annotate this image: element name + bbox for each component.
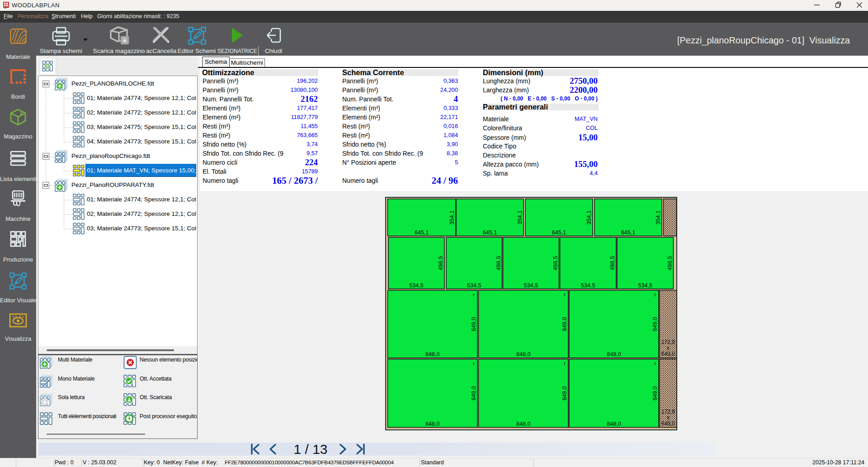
svg-text:496,5: 496,5 [495,256,502,270]
svg-text:645,1: 645,1 [415,229,429,236]
svg-text:r: r [564,292,566,297]
svg-text:354,1: 354,1 [449,210,455,224]
svg-text:649,0: 649,0 [661,351,675,357]
svg-text:848,0: 848,0 [607,351,621,357]
svg-text:354,1: 354,1 [586,210,592,224]
svg-text:x: x [667,415,670,421]
svg-text:172,9: 172,9 [661,409,675,415]
svg-text:496,5: 496,5 [552,256,559,270]
svg-text:354,1: 354,1 [517,210,523,224]
svg-text:534,5: 534,5 [409,282,423,289]
svg-text:848,0: 848,0 [425,351,439,357]
svg-text:848,0: 848,0 [425,421,439,427]
svg-text:649,0: 649,0 [561,317,568,331]
svg-text:649,0: 649,0 [661,420,675,427]
svg-text:649,0: 649,0 [561,386,568,400]
svg-text:172,9: 172,9 [661,339,675,345]
svg-text:649,0: 649,0 [471,386,477,400]
svg-text:848,0: 848,0 [516,421,530,427]
svg-text:649,0: 649,0 [652,386,658,400]
svg-text:534,5: 534,5 [581,282,595,289]
svg-text:649,0: 649,0 [471,317,477,331]
svg-text:649,0: 649,0 [652,317,658,331]
svg-text:r: r [473,292,475,297]
svg-text:1 / 13: 1 / 13 [293,443,327,456]
svg-text:r: r [654,361,656,366]
svg-text:534,5: 534,5 [638,282,652,289]
svg-text:534,5: 534,5 [524,282,538,289]
svg-text:r: r [473,361,475,366]
svg-text:496,5: 496,5 [609,256,616,270]
svg-text:x: x [667,345,670,351]
svg-text:848,0: 848,0 [516,351,530,357]
svg-text:496,5: 496,5 [667,256,673,270]
svg-text:354,1: 354,1 [655,210,661,224]
svg-text:645,1: 645,1 [483,229,497,236]
svg-text:534,5: 534,5 [467,282,481,289]
svg-text:848,0: 848,0 [607,421,621,427]
svg-text:645,1: 645,1 [552,229,566,236]
svg-text:r: r [654,292,656,297]
svg-text:645,1: 645,1 [621,229,635,236]
svg-text:r: r [564,361,566,366]
svg-text:496,5: 496,5 [438,256,444,270]
